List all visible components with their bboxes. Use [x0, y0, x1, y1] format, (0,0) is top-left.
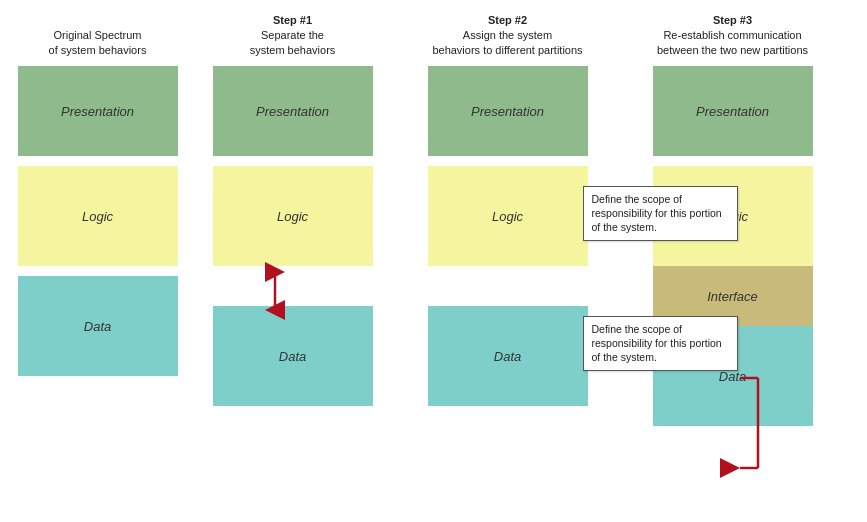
diagram: Original Spectrum of system behaviors Pr… — [0, 0, 867, 522]
col1-title-line1: Original Spectrum — [53, 28, 141, 43]
col3-presentation: Presentation — [428, 66, 588, 156]
col4-presentation: Presentation — [653, 66, 813, 156]
col3-data-label: Data — [494, 349, 521, 364]
column-step2: Step #2 Assign the system behaviors to d… — [400, 10, 615, 406]
col2-data-label: Data — [279, 349, 306, 364]
col1-logic-label: Logic — [82, 209, 113, 224]
col2-header: Step #1 Separate the system behaviors — [250, 10, 336, 58]
col2-data: Data — [213, 306, 373, 406]
col2-logic: Logic — [213, 166, 373, 266]
col3-sub1: Assign the system — [463, 28, 552, 43]
callout-data: Define the scope of responsibility for t… — [583, 316, 738, 371]
col1-data: Data — [18, 276, 178, 376]
callout-logic: Define the scope of responsibility for t… — [583, 186, 738, 241]
col4-data-label: Data — [719, 369, 746, 384]
col2-sub1: Separate the — [261, 28, 324, 43]
column-original: Original Spectrum of system behaviors Pr… — [10, 10, 185, 376]
col2-logic-label: Logic — [277, 209, 308, 224]
col2-sub2: system behaviors — [250, 43, 336, 58]
col2-presentation-label: Presentation — [256, 104, 329, 119]
callout-logic-text: Define the scope of responsibility for t… — [592, 193, 722, 233]
col3-presentation-label: Presentation — [471, 104, 544, 119]
col2-presentation: Presentation — [213, 66, 373, 156]
col1-header: Original Spectrum of system behaviors — [49, 10, 147, 58]
col3-logic-container: Logic Define the scope of responsibility… — [428, 166, 588, 266]
col1-presentation: Presentation — [18, 66, 178, 156]
col4-header: Step #3 Re-establish communication betwe… — [657, 10, 808, 58]
col3-data: Data — [428, 306, 588, 406]
col1-logic: Logic — [18, 166, 178, 266]
col3-gap — [428, 266, 588, 306]
col4-sub1: Re-establish communication — [663, 28, 801, 43]
col4-presentation-label: Presentation — [696, 104, 769, 119]
col4-step: Step #3 — [713, 13, 752, 28]
callout-data-text: Define the scope of responsibility for t… — [592, 323, 722, 363]
column-step1: Step #1 Separate the system behaviors Pr… — [195, 10, 390, 406]
col1-title-line2: of system behaviors — [49, 43, 147, 58]
col4-interface-label: Interface — [707, 289, 758, 304]
col3-step: Step #2 — [488, 13, 527, 28]
col3-logic-label: Logic — [492, 209, 523, 224]
col3-data-container: Define the scope of responsibility for t… — [428, 306, 588, 406]
col3-header: Step #2 Assign the system behaviors to d… — [432, 10, 582, 58]
col1-data-label: Data — [84, 319, 111, 334]
col4-sub2: between the two new partitions — [657, 43, 808, 58]
col2-arrow-gap — [213, 266, 373, 306]
col3-sub2: behaviors to different partitions — [432, 43, 582, 58]
col3-logic: Logic — [428, 166, 588, 266]
col1-presentation-label: Presentation — [61, 104, 134, 119]
col2-step: Step #1 — [273, 13, 312, 28]
